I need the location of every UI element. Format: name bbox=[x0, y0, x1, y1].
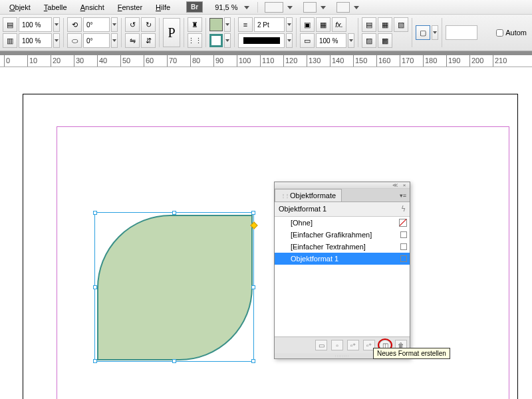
angle-dd-2[interactable] bbox=[111, 33, 118, 48]
arrange-dd[interactable] bbox=[319, 3, 327, 11]
distribute-icon[interactable]: ⋮⋮ bbox=[188, 33, 202, 48]
document-canvas[interactable]: ≪ × ⋮⋮Objektformate ▾≡ Objektformat 1 ϟ … bbox=[0, 67, 532, 399]
workspace-icon[interactable] bbox=[336, 2, 350, 13]
frame-fitting-dd[interactable] bbox=[432, 25, 438, 40]
screen-mode-icon[interactable] bbox=[265, 2, 283, 13]
textwrap-1-icon[interactable]: ▤ bbox=[362, 17, 376, 32]
style-list-empty bbox=[275, 283, 410, 336]
handle-tr[interactable] bbox=[251, 211, 255, 215]
menu-tabelle[interactable]: Tabelle bbox=[39, 2, 72, 13]
shear-icon[interactable]: ⬭ bbox=[67, 33, 82, 48]
stroke-dd[interactable] bbox=[224, 33, 231, 48]
style-marker-icon bbox=[400, 231, 407, 238]
flip-h-icon[interactable]: ⇋ bbox=[125, 33, 140, 48]
style-list-item[interactable]: [Ohne] bbox=[275, 217, 410, 229]
screen-mode-dd[interactable] bbox=[286, 3, 294, 11]
handle-bl[interactable] bbox=[93, 359, 97, 363]
fx-icon[interactable]: fx. bbox=[332, 17, 346, 32]
menu-hilfe[interactable]: Hilfe bbox=[150, 2, 176, 13]
menu-fenster[interactable]: Fenster bbox=[112, 2, 148, 13]
style-item-label: Objektformat 1 bbox=[291, 255, 338, 263]
fill-dd[interactable] bbox=[224, 17, 231, 32]
handle-bm[interactable] bbox=[172, 359, 176, 363]
paragraph-style-icon[interactable]: P bbox=[163, 18, 180, 47]
style-item-label: [Ohne] bbox=[291, 219, 313, 227]
textwrap-5-icon[interactable]: ▩ bbox=[378, 33, 392, 48]
angle-dd-1[interactable] bbox=[111, 17, 118, 32]
style-list: [Ohne][Einfacher Grafikrahmen][Einfacher… bbox=[275, 217, 410, 283]
quick-apply-icon[interactable]: ϟ bbox=[401, 205, 406, 213]
opacity-field-1[interactable]: 100 % bbox=[19, 17, 52, 32]
menu-objekt[interactable]: Objekt bbox=[4, 2, 36, 13]
opacity-dd-1[interactable] bbox=[53, 17, 60, 32]
rotate-icon[interactable]: ⟲ bbox=[67, 17, 82, 32]
wrap-icon[interactable]: ▦ bbox=[316, 17, 331, 32]
panel-tab-label: Objektformate bbox=[290, 192, 336, 200]
default-graphic-icon[interactable]: ▫ bbox=[331, 340, 343, 350]
style-list-item[interactable]: [Einfacher Grafikrahmen] bbox=[275, 229, 410, 241]
stroke-weight-dd[interactable] bbox=[286, 17, 293, 32]
panel-current-style: Objektformat 1 ϟ bbox=[275, 202, 410, 217]
rotate-ccw-icon[interactable]: ↺ bbox=[125, 17, 140, 32]
rotate-cw-icon[interactable]: ↻ bbox=[141, 17, 156, 32]
opacity-icon-1[interactable]: ▤ bbox=[3, 17, 17, 32]
opacity-dd-2[interactable] bbox=[53, 33, 60, 48]
menu-ansicht[interactable]: Ansicht bbox=[75, 2, 110, 13]
scale-dd[interactable] bbox=[348, 33, 354, 48]
style-item-label: [Einfacher Textrahmen] bbox=[291, 243, 366, 251]
quick-apply-field[interactable] bbox=[446, 25, 477, 40]
stroke-style-dd[interactable] bbox=[286, 33, 293, 48]
menu-bar: Objekt Tabelle Ansicht Fenster Hilfe Br … bbox=[0, 0, 532, 15]
horizontal-ruler[interactable]: 0102030405060708090100110120130140150160… bbox=[0, 55, 532, 67]
clear-override-icon[interactable]: ▭ bbox=[315, 340, 327, 350]
control-toolbar: ▤100 % ▥100 % ⟲0° ⬭0° ↺↻ ⇋⇵ P ♜ ⋮⋮ ≡2 Pt… bbox=[0, 15, 532, 51]
default-text-icon[interactable]: ▫⁺ bbox=[347, 340, 359, 350]
bridge-button[interactable]: Br bbox=[186, 1, 203, 13]
stroke-weight-icon: ≡ bbox=[238, 17, 253, 32]
leaf-shape[interactable] bbox=[97, 215, 253, 360]
scale-field[interactable]: 100 % bbox=[316, 33, 346, 48]
handle-tl[interactable] bbox=[93, 211, 97, 215]
panel-close-icon[interactable]: × bbox=[401, 183, 408, 188]
style-list-item[interactable]: [Einfacher Textrahmen] bbox=[275, 241, 410, 253]
flip-v-icon[interactable]: ⇵ bbox=[141, 33, 156, 48]
workspace-dd[interactable] bbox=[352, 3, 360, 11]
align-icon[interactable]: ♜ bbox=[188, 17, 202, 32]
style-marker-icon bbox=[400, 255, 407, 262]
stroke-swatch[interactable] bbox=[209, 34, 223, 47]
zoom-level[interactable]: 91,5 % bbox=[212, 3, 240, 12]
stroke-style-field[interactable] bbox=[238, 33, 285, 48]
autom-checkbox[interactable]: Autom bbox=[496, 29, 529, 37]
effects-icon[interactable]: ▣ bbox=[300, 17, 315, 32]
handle-mr[interactable] bbox=[251, 285, 255, 289]
panel-flyout-icon[interactable]: ▾≡ bbox=[396, 192, 410, 199]
frame-fitting-icon[interactable]: ▢ bbox=[416, 25, 430, 40]
none-icon bbox=[399, 219, 407, 227]
autom-label: Autom bbox=[505, 29, 527, 37]
zoom-dropdown-icon[interactable] bbox=[243, 3, 251, 11]
angle-field-1[interactable]: 0° bbox=[83, 17, 110, 32]
handle-ml[interactable] bbox=[93, 285, 97, 289]
tooltip: Neues Format erstellen bbox=[373, 348, 450, 359]
handle-tm[interactable] bbox=[172, 211, 176, 215]
scale-icon[interactable]: ▭ bbox=[300, 33, 315, 48]
current-style-label: Objektformat 1 bbox=[279, 205, 327, 213]
arrange-icon[interactable] bbox=[303, 2, 317, 13]
object-styles-panel: ≪ × ⋮⋮Objektformate ▾≡ Objektformat 1 ϟ … bbox=[274, 182, 410, 359]
tab-objektformate[interactable]: ⋮⋮Objektformate bbox=[275, 189, 342, 201]
handle-br[interactable] bbox=[251, 359, 255, 363]
style-item-label: [Einfacher Grafikrahmen] bbox=[291, 231, 372, 239]
panel-tabs: ⋮⋮Objektformate ▾≡ bbox=[275, 189, 410, 202]
opacity-field-2[interactable]: 100 % bbox=[19, 33, 52, 48]
panel-titlebar[interactable]: ≪ × bbox=[275, 182, 410, 189]
textwrap-4-icon[interactable]: ▨ bbox=[362, 33, 376, 48]
fill-swatch[interactable] bbox=[209, 18, 223, 31]
angle-field-2[interactable]: 0° bbox=[83, 33, 110, 48]
textwrap-3-icon[interactable]: ▧ bbox=[394, 17, 408, 32]
stroke-weight-field[interactable]: 2 Pt bbox=[254, 17, 285, 32]
textwrap-2-icon[interactable]: ▦ bbox=[378, 17, 392, 32]
selection-bounding-box[interactable] bbox=[94, 212, 254, 362]
panel-collapse-icon[interactable]: ≪ bbox=[392, 183, 398, 188]
opacity-icon-2[interactable]: ▥ bbox=[3, 33, 17, 48]
style-list-item[interactable]: Objektformat 1 bbox=[275, 253, 410, 265]
